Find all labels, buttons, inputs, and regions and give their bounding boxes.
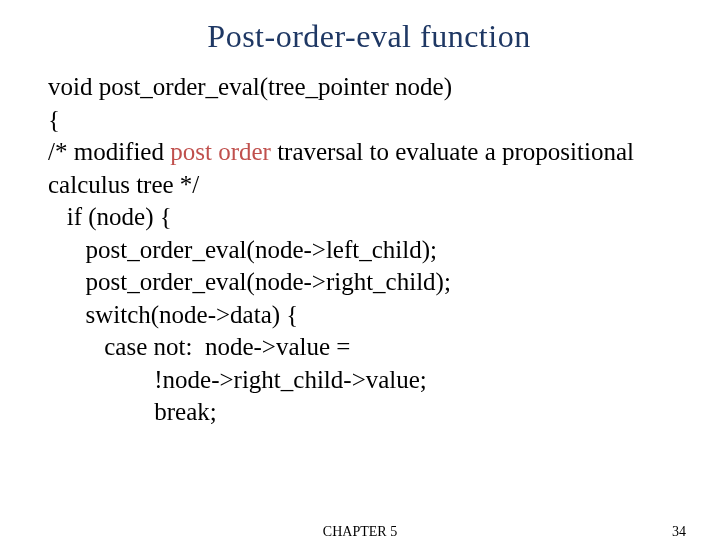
slide-title: Post-order-eval function xyxy=(48,18,690,55)
code-line: switch(node->data) { xyxy=(48,299,690,332)
code-line: post_order_eval(node->right_child); xyxy=(48,266,690,299)
slide: Post-order-eval function void post_order… xyxy=(0,0,720,540)
code-line: case not: node->value = xyxy=(48,331,690,364)
code-line: calculus tree */ xyxy=(48,169,690,202)
code-fragment: traversal to evaluate a propositional xyxy=(271,138,634,165)
highlight-text: post order xyxy=(170,138,271,165)
code-line: /* modified post order traversal to eval… xyxy=(48,136,690,169)
code-line: { xyxy=(48,104,690,137)
code-line: break; xyxy=(48,396,690,429)
footer-page-number: 34 xyxy=(672,524,686,540)
code-line: void post_order_eval(tree_pointer node) xyxy=(48,71,690,104)
code-fragment: /* modified xyxy=(48,138,170,165)
code-line: post_order_eval(node->left_child); xyxy=(48,234,690,267)
code-block: void post_order_eval(tree_pointer node) … xyxy=(48,71,690,429)
code-line: !node->right_child->value; xyxy=(48,364,690,397)
code-line: if (node) { xyxy=(48,201,690,234)
footer-chapter: CHAPTER 5 xyxy=(0,524,720,540)
